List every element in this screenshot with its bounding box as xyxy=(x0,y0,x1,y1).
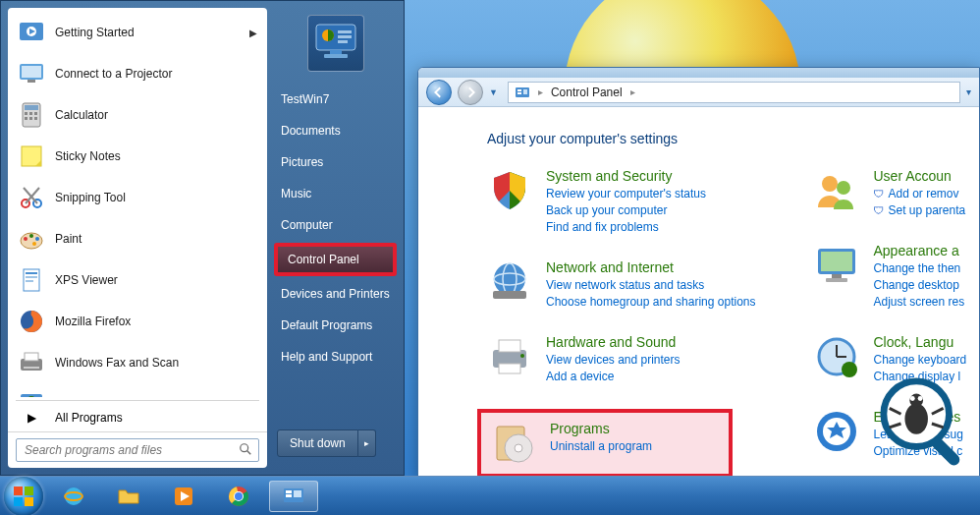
category-link[interactable]: Back up your computer xyxy=(546,203,706,217)
category-programs: ProgramsUninstall a program xyxy=(491,421,719,466)
start-menu-programs-pane: Getting Started▶Connect to a ProjectorCa… xyxy=(8,8,267,468)
start-button[interactable] xyxy=(4,477,43,516)
category-link[interactable]: View network status and tasks xyxy=(546,278,755,292)
start-menu-program-xps-viewer[interactable]: XPS Viewer xyxy=(8,259,267,301)
printer-icon xyxy=(487,334,532,379)
program-label: Paint xyxy=(55,232,82,246)
user-picture[interactable] xyxy=(307,15,364,72)
start-menu-place-testwin7[interactable]: TestWin7 xyxy=(267,84,404,115)
nav-history-dropdown[interactable]: ▼ xyxy=(489,87,498,97)
firefox-icon xyxy=(18,308,45,335)
category-link[interactable]: Uninstall a program xyxy=(550,439,652,453)
program-label: Getting Started xyxy=(55,26,135,39)
start-menu-program-paint[interactable]: Paint xyxy=(8,218,267,259)
svg-rect-36 xyxy=(29,112,32,115)
start-menu-program-firefox[interactable]: Mozilla Firefox xyxy=(8,301,267,342)
svg-line-45 xyxy=(26,188,39,203)
taskbar-media-player[interactable] xyxy=(159,481,208,512)
taskbar-ie[interactable] xyxy=(49,481,98,512)
all-programs-label: All Programs xyxy=(55,411,123,425)
search-box[interactable] xyxy=(16,438,259,462)
media-player-icon xyxy=(172,485,195,508)
breadcrumb[interactable]: ▸ Control Panel ▸ xyxy=(508,82,960,103)
category-title[interactable]: Clock, Langu xyxy=(873,334,966,350)
monitor-icon xyxy=(312,23,359,64)
svg-point-4 xyxy=(494,263,525,295)
program-label: Snipping Tool xyxy=(55,191,126,204)
sticky-notes-icon xyxy=(18,143,45,170)
category-link[interactable]: Adjust screen res xyxy=(873,295,964,309)
taskbar-explorer[interactable] xyxy=(104,481,153,512)
svg-rect-20 xyxy=(826,278,847,282)
category-title[interactable]: Network and Internet xyxy=(546,259,755,275)
start-menu-place-computer[interactable]: Computer xyxy=(267,209,404,241)
category-title[interactable]: Programs xyxy=(550,421,652,436)
taskbar-control-panel[interactable] xyxy=(269,481,318,512)
svg-rect-88 xyxy=(294,490,301,497)
start-menu-program-sticky-notes[interactable]: Sticky Notes xyxy=(8,136,267,177)
category-link[interactable]: Add or remov xyxy=(888,187,958,200)
svg-rect-75 xyxy=(25,497,33,506)
start-menu-place-devices-and-printers[interactable]: Devices and Printers xyxy=(267,278,404,310)
shutdown-options-button[interactable]: ▸ xyxy=(358,429,376,457)
svg-point-11 xyxy=(520,354,524,358)
nav-forward-button[interactable] xyxy=(458,80,483,105)
start-menu-place-pictures[interactable]: Pictures xyxy=(267,146,404,178)
category-title[interactable]: Hardware and Sound xyxy=(546,334,681,350)
all-programs-button[interactable]: ▶ All Programs xyxy=(8,404,267,431)
category-link[interactable]: Review your computer's status xyxy=(546,187,706,200)
category-title[interactable]: System and Security xyxy=(546,168,706,184)
category-link[interactable]: Change keyboard xyxy=(873,353,966,367)
svg-rect-1 xyxy=(517,89,521,91)
category-link[interactable]: Add a device xyxy=(546,370,681,383)
breadcrumb-item[interactable]: Control Panel xyxy=(551,86,623,99)
svg-rect-39 xyxy=(29,117,32,120)
svg-rect-31 xyxy=(22,66,41,78)
window-titlebar[interactable] xyxy=(418,68,979,78)
start-menu-place-music[interactable]: Music xyxy=(267,178,404,209)
control-panel-icon xyxy=(515,85,530,100)
program-label: Sticky Notes xyxy=(55,149,121,163)
chevron-right-icon: ▶ xyxy=(249,28,257,38)
chrome-icon xyxy=(227,485,250,508)
category-link[interactable]: Choose homegroup and sharing options xyxy=(546,295,755,309)
svg-rect-68 xyxy=(338,35,352,38)
category-appearance-a: Appearance aChange the thenChange deskto… xyxy=(814,243,966,309)
start-menu-program-remote-desktop[interactable]: Remote Desktop Connection xyxy=(8,383,267,397)
category-link[interactable]: Set up parenta xyxy=(888,203,965,217)
svg-rect-98 xyxy=(929,435,961,468)
svg-point-97 xyxy=(918,396,923,401)
start-menu-place-control-panel[interactable]: Control Panel xyxy=(274,243,397,276)
nav-back-button[interactable] xyxy=(426,80,452,105)
svg-point-90 xyxy=(904,403,928,433)
category-link[interactable]: Change desktop xyxy=(873,278,964,292)
start-menu-place-help-and-support[interactable]: Help and Support xyxy=(267,341,404,372)
svg-rect-70 xyxy=(330,50,342,54)
category-link[interactable]: Change the then xyxy=(873,261,964,275)
taskbar xyxy=(0,476,980,515)
refresh-dropdown-icon[interactable]: ▾ xyxy=(966,86,971,97)
svg-rect-18 xyxy=(821,252,852,271)
svg-line-64 xyxy=(247,450,251,454)
start-menu-program-fax-scan[interactable]: Windows Fax and Scan xyxy=(8,342,267,383)
start-menu-place-default-programs[interactable]: Default Programs xyxy=(267,310,404,341)
category-link[interactable]: Find and fix problems xyxy=(546,220,706,234)
category-link[interactable]: View devices and printers xyxy=(546,353,681,367)
start-menu-program-projector[interactable]: Connect to a Projector xyxy=(8,53,267,94)
svg-rect-10 xyxy=(499,364,520,373)
shutdown-button[interactable]: Shut down xyxy=(277,429,358,457)
start-menu-program-calculator[interactable]: Calculator xyxy=(8,94,267,136)
program-label: Mozilla Firefox xyxy=(55,315,131,328)
disc-icon xyxy=(491,421,536,466)
users-icon xyxy=(814,168,859,213)
taskbar-chrome[interactable] xyxy=(214,481,263,512)
start-menu: Getting Started▶Connect to a ProjectorCa… xyxy=(0,0,405,476)
category-title[interactable]: Appearance a xyxy=(873,243,964,258)
category-title[interactable]: User Accoun xyxy=(873,168,965,184)
category-system-and-security: System and SecurityReview your computer'… xyxy=(487,168,755,234)
start-menu-program-snipping-tool[interactable]: Snipping Tool xyxy=(8,177,267,218)
page-title: Adjust your computer's settings xyxy=(487,131,979,146)
search-input[interactable] xyxy=(23,442,239,458)
start-menu-place-documents[interactable]: Documents xyxy=(267,115,404,146)
start-menu-program-getting-started[interactable]: Getting Started▶ xyxy=(8,12,267,53)
